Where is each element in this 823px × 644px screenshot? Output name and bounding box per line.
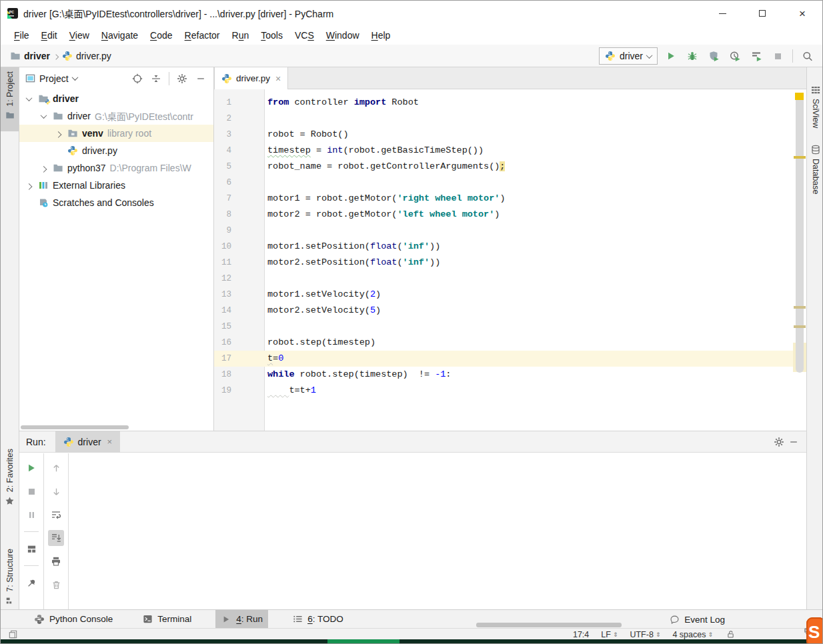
hide-run-panel-button[interactable] xyxy=(786,435,801,449)
collapse-all-button[interactable] xyxy=(149,71,163,86)
scroll-to-the-end-button[interactable] xyxy=(48,530,64,546)
tree-item-driver-py[interactable]: driver.py xyxy=(19,142,213,159)
menu-vcs[interactable]: VCS xyxy=(289,28,319,43)
event-log-button[interactable]: Event Log xyxy=(669,610,725,629)
spinner-arrows-icon: ⇕ xyxy=(613,631,618,638)
menu-window[interactable]: Window xyxy=(321,28,365,43)
down-the-stack-trace-button[interactable] xyxy=(48,483,64,499)
tree-item-external-libraries[interactable]: External Libraries xyxy=(19,177,213,194)
profile-button[interactable] xyxy=(727,48,743,64)
run-config-selector[interactable]: driver xyxy=(599,47,658,65)
line-ending-selector[interactable]: LF⇕ xyxy=(601,630,618,639)
concurrency-diagram-button[interactable] xyxy=(748,48,764,64)
tool-button-database[interactable]: Database xyxy=(807,141,823,201)
taskbar-active-segment xyxy=(327,639,399,644)
readonly-lock-toggle[interactable] xyxy=(725,629,736,640)
rerun-button[interactable] xyxy=(23,460,39,476)
menu-navigate[interactable]: Navigate xyxy=(96,28,143,43)
run-settings-button[interactable] xyxy=(772,435,786,449)
horizontal-scrollbar-thumb[interactable] xyxy=(21,425,129,429)
project-tool-window: Project driverdriverG:\桌面\PyIDEtest\cont… xyxy=(19,67,214,431)
pause-output-button[interactable] xyxy=(23,507,39,523)
tool-button-favorites[interactable]: 2: Favorites xyxy=(1,445,19,523)
hide-panel-button[interactable] xyxy=(193,71,208,86)
breadcrumb-driver-py[interactable]: driver.py xyxy=(62,51,111,61)
python-icon xyxy=(63,437,74,447)
chevron-down-icon[interactable] xyxy=(71,74,78,81)
tree-item-venv[interactable]: venvlibrary root xyxy=(19,125,213,142)
encoding-selector[interactable]: UTF-8⇕ xyxy=(630,630,660,639)
project-settings-button[interactable] xyxy=(175,71,189,86)
close-run-tab-icon[interactable]: × xyxy=(107,437,113,447)
run-tab-driver[interactable]: driver × xyxy=(55,431,121,453)
tree-toggle-icon[interactable] xyxy=(38,166,49,171)
tree-toggle-icon[interactable] xyxy=(53,131,63,136)
code-editor[interactable]: 1from controller import Robot23robot = R… xyxy=(214,89,806,431)
stop-button[interactable] xyxy=(770,48,786,64)
menu-run[interactable]: Run xyxy=(227,28,255,43)
console-hscrollbar-thumb[interactable] xyxy=(476,623,622,627)
toolwindow-button-python-console[interactable]: Python Console xyxy=(29,610,118,629)
close-tab-icon[interactable]: × xyxy=(275,73,281,84)
tool-button-project[interactable]: 1: Project xyxy=(1,67,19,131)
python-file-icon xyxy=(67,145,78,156)
tree-toggle-icon[interactable] xyxy=(23,97,34,101)
tool-button-sciview[interactable]: SciView xyxy=(807,81,823,141)
line-number: 6 xyxy=(214,175,265,191)
stop-button[interactable] xyxy=(23,483,39,499)
use-soft-wraps-button[interactable] xyxy=(48,507,64,523)
event-log-label: Event Log xyxy=(684,615,725,625)
toolwindow-button-4-run[interactable]: 4: Run xyxy=(215,610,268,629)
tab-driver-py[interactable]: driver.py × xyxy=(214,67,288,89)
tree-toggle-icon[interactable] xyxy=(38,114,49,119)
run-console-output[interactable] xyxy=(19,453,806,610)
tree-item-driver[interactable]: driverG:\桌面\PyIDEtest\contr xyxy=(19,107,213,125)
run-panel-label: Run: xyxy=(19,437,55,447)
status-bar: 17:4LF⇕UTF-8⇕4 spaces⇕ xyxy=(1,628,822,639)
warning-stripe-marker[interactable] xyxy=(795,93,804,100)
search-everywhere-button[interactable] xyxy=(800,48,816,64)
clear-all-button[interactable] xyxy=(48,577,64,593)
warning-tick-marker[interactable] xyxy=(794,156,806,159)
code-line-18: 18while robot.step(timestep) != -1: xyxy=(214,367,793,383)
run-button[interactable] xyxy=(663,48,679,64)
tree-toggle-icon[interactable] xyxy=(23,183,34,188)
toolwindow-switcher-button[interactable] xyxy=(7,629,18,640)
menu-refactor[interactable]: Refactor xyxy=(179,28,225,43)
close-button[interactable]: × xyxy=(782,1,822,26)
sogou-ime-badge: S xyxy=(806,617,823,644)
tree-item-driver[interactable]: driver xyxy=(19,90,213,107)
weak-warning-marker[interactable] xyxy=(794,306,806,309)
menu-help[interactable]: Help xyxy=(366,28,396,43)
caret-position[interactable]: 17:4 xyxy=(573,630,589,639)
tree-item-scratches-and-consoles[interactable]: Scratches and Consoles xyxy=(19,194,213,211)
scroll-to-the-end-icon xyxy=(51,533,61,543)
weak-warning-marker[interactable] xyxy=(794,325,806,328)
up-the-stack-trace-button[interactable] xyxy=(48,460,64,476)
menu-code[interactable]: Code xyxy=(145,28,177,43)
tree-item-python37[interactable]: python37D:\Program Files\W xyxy=(19,159,213,177)
menu-view[interactable]: View xyxy=(64,28,95,43)
breadcrumb-label: driver xyxy=(24,51,50,61)
maximize-button[interactable] xyxy=(742,1,782,26)
locate-file-button[interactable] xyxy=(130,71,145,86)
run-main-toolbar xyxy=(19,453,44,610)
toolwindow-button-terminal[interactable]: Terminal xyxy=(137,610,197,629)
toolwindow-button-6-todo[interactable]: 6: TODO xyxy=(287,610,349,629)
editor-scrollbar-thumb[interactable] xyxy=(796,96,804,373)
indent-selector[interactable]: 4 spaces⇕ xyxy=(672,630,713,639)
menu-edit[interactable]: Edit xyxy=(36,28,63,43)
print-button[interactable] xyxy=(48,553,64,569)
stop-icon xyxy=(772,51,783,61)
menu-tools[interactable]: Tools xyxy=(255,28,288,43)
project-panel-title: Project xyxy=(39,73,69,84)
breadcrumb-driver[interactable]: driver xyxy=(10,51,50,61)
menu-file[interactable]: File xyxy=(9,28,35,43)
tree-item-label: External Libraries xyxy=(53,180,125,191)
pin-tab-button[interactable] xyxy=(23,575,39,591)
restore-layout-button[interactable] xyxy=(23,541,39,557)
minimize-button[interactable] xyxy=(702,1,742,26)
structure-icon xyxy=(5,595,15,606)
debug-button[interactable] xyxy=(684,48,700,64)
run-with-coverage-button[interactable] xyxy=(706,48,722,64)
